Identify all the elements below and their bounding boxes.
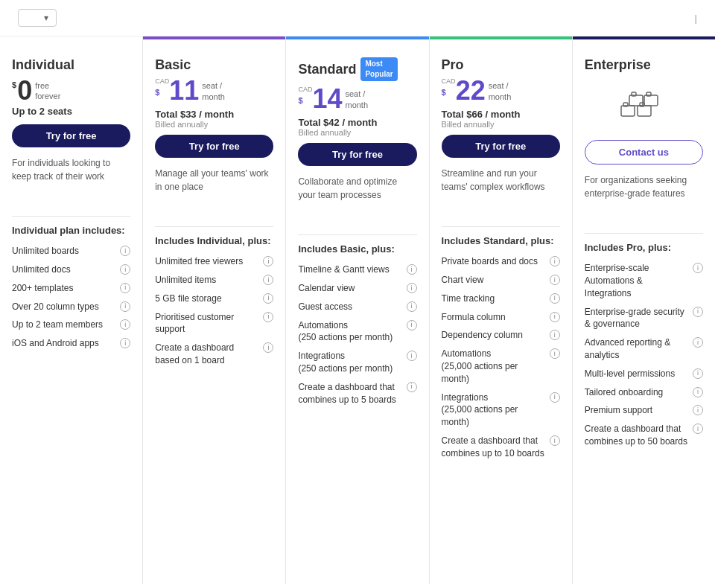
- info-icon[interactable]: i: [693, 387, 703, 397]
- info-icon[interactable]: i: [263, 256, 273, 266]
- feature-text: Calendar view: [298, 282, 406, 295]
- info-icon[interactable]: i: [550, 435, 560, 446]
- feature-text: Over 20 column types: [12, 301, 120, 313]
- team-size-dropdown[interactable]: ▾: [18, 9, 57, 27]
- plan-name: Basic: [155, 57, 273, 73]
- feature-text: Enterprise-scale Automations & Integrati…: [585, 262, 693, 299]
- plan-name-text: Standard: [298, 62, 356, 77]
- feature-item: Unlimited items i: [155, 274, 273, 287]
- price-amount: 22: [456, 77, 486, 104]
- includes-title: Includes Individual, plus:: [155, 234, 273, 248]
- feature-item: Timeline & Gantt views i: [298, 263, 416, 276]
- billing-divider: |: [695, 13, 697, 24]
- info-icon[interactable]: i: [263, 275, 273, 285]
- feature-text: Time tracking: [442, 293, 550, 305]
- info-icon[interactable]: i: [263, 312, 273, 322]
- try-button[interactable]: Try for free: [12, 124, 130, 147]
- info-icon[interactable]: i: [550, 293, 560, 304]
- info-icon[interactable]: i: [263, 293, 273, 304]
- try-button[interactable]: Try for free: [442, 135, 560, 158]
- feature-item: Tailored onboarding i: [585, 386, 703, 399]
- try-button[interactable]: Try for free: [155, 135, 273, 158]
- try-button[interactable]: Try for free: [298, 143, 416, 166]
- svg-rect-4: [629, 95, 643, 106]
- info-icon[interactable]: i: [120, 264, 130, 275]
- plan-description: For organizations seeking enterprise-gra…: [585, 173, 703, 218]
- price-amount: 14: [312, 86, 342, 112]
- info-icon[interactable]: i: [120, 246, 130, 256]
- info-icon[interactable]: i: [407, 264, 417, 275]
- info-icon[interactable]: i: [693, 263, 703, 273]
- plan-top-bar: [0, 36, 142, 39]
- feature-text: Create a dashboard based on 1 board: [155, 342, 263, 367]
- feature-item: Enterprise-scale Automations & Integrati…: [585, 262, 703, 299]
- info-icon[interactable]: i: [550, 330, 560, 340]
- info-icon[interactable]: i: [550, 312, 560, 322]
- svg-rect-6: [644, 95, 658, 106]
- price-row: CAD $ 11 seat /month: [155, 77, 273, 104]
- info-icon[interactable]: i: [120, 338, 130, 348]
- plan-name: Individual: [12, 57, 130, 73]
- feature-text: Premium support: [585, 404, 693, 417]
- top-bar: ▾ |: [0, 0, 715, 36]
- currency-symbol: $: [298, 96, 302, 105]
- contact-button[interactable]: Contact us: [585, 140, 703, 164]
- price-unit: seat /month: [345, 89, 368, 112]
- info-icon[interactable]: i: [550, 256, 560, 266]
- feature-item: Over 20 column types i: [12, 301, 130, 313]
- feature-text: Timeline & Gantt views: [298, 263, 406, 276]
- info-icon[interactable]: i: [407, 351, 417, 361]
- feature-item: Create a dashboard that combines up to 5…: [298, 381, 416, 406]
- plan-top-bar: [143, 36, 285, 39]
- seats-label: Up to 2 seats: [12, 106, 130, 117]
- plan-name-text: Basic: [155, 57, 191, 73]
- feature-item: Create a dashboard based on 1 board i: [155, 342, 273, 367]
- price-row: $ 0 freeforever: [12, 77, 130, 104]
- info-icon[interactable]: i: [693, 337, 703, 348]
- feature-text: Unlimited docs: [12, 263, 120, 276]
- includes-title: Individual plan includes:: [12, 224, 130, 237]
- feature-text: Prioritised customer support: [155, 311, 263, 336]
- plan-description: For individuals looking to keep track of…: [12, 156, 130, 201]
- info-icon[interactable]: i: [693, 405, 703, 415]
- info-icon[interactable]: i: [120, 301, 130, 312]
- team-size-section: ▾: [12, 9, 57, 27]
- price-row: CAD $ 14 seat /month: [298, 86, 416, 112]
- info-icon[interactable]: i: [407, 301, 417, 312]
- plan-name-text: Enterprise: [585, 57, 651, 73]
- info-icon[interactable]: i: [120, 319, 130, 330]
- info-icon[interactable]: i: [407, 283, 417, 293]
- plan-name: Pro: [442, 57, 560, 73]
- feature-text: Tailored onboarding: [585, 386, 693, 399]
- feature-item: Chart view i: [442, 274, 560, 287]
- feature-item: Advanced reporting & analytics i: [585, 336, 703, 362]
- info-icon[interactable]: i: [693, 368, 703, 379]
- chevron-down-icon: ▾: [44, 13, 48, 23]
- info-icon[interactable]: i: [407, 382, 417, 392]
- feature-text: Dependency column: [442, 329, 550, 342]
- info-icon[interactable]: i: [263, 342, 273, 353]
- feature-item: Automations(250 actions per month) i: [298, 319, 416, 345]
- total-price: Total $66 / month: [442, 109, 560, 120]
- info-icon[interactable]: i: [120, 283, 130, 293]
- price-unit: seat /month: [489, 80, 512, 103]
- feature-item: Multi-level permissions i: [585, 368, 703, 380]
- feature-text: Private boards and docs: [442, 255, 550, 268]
- info-icon[interactable]: i: [407, 320, 417, 330]
- plan-name: Standard MostPopular: [298, 57, 416, 81]
- feature-item: Unlimited boards i: [12, 245, 130, 258]
- plan-card-basic: Basic CAD $ 11 seat /month Total $33 / m…: [143, 36, 286, 584]
- billing-toggle: |: [689, 13, 703, 24]
- feature-item: Create a dashboard that combines up to 5…: [585, 423, 703, 448]
- info-icon[interactable]: i: [693, 424, 703, 434]
- info-icon[interactable]: i: [693, 307, 703, 317]
- info-icon[interactable]: i: [550, 392, 560, 403]
- info-icon[interactable]: i: [550, 275, 560, 285]
- feature-item: Formula column i: [442, 311, 560, 324]
- price-amount: 0: [17, 77, 32, 104]
- free-label: freeforever: [35, 80, 60, 102]
- cad-label: CAD: [155, 77, 169, 85]
- info-icon[interactable]: i: [550, 348, 560, 359]
- plan-card-pro: Pro CAD $ 22 seat /month Total $66 / mon…: [430, 36, 573, 584]
- price-amount: 11: [169, 77, 199, 104]
